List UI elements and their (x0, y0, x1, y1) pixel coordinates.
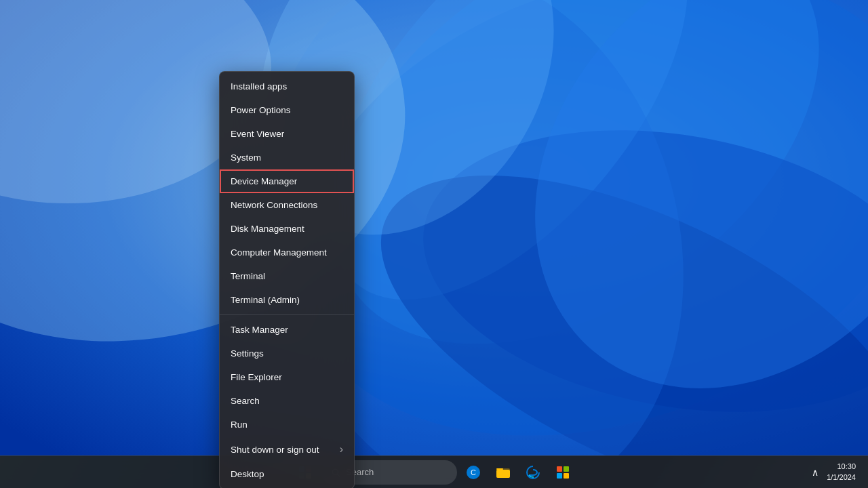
menu-item-file-explorer[interactable]: File Explorer (220, 365, 354, 389)
menu-item-shut-down[interactable]: Shut down or sign out (220, 436, 354, 462)
menu-item-label-run: Run (231, 420, 248, 430)
menu-item-label-search: Search (231, 396, 260, 406)
menu-item-label-disk-management: Disk Management (231, 224, 304, 234)
menu-item-device-manager[interactable]: Device Manager (220, 169, 354, 193)
svg-rect-21 (564, 473, 569, 479)
menu-item-label-system: System (231, 152, 261, 163)
menu-item-label-shut-down: Shut down or sign out (231, 445, 319, 455)
taskbar-store[interactable] (549, 459, 576, 486)
menu-item-installed-apps[interactable]: Installed apps (220, 75, 354, 98)
menu-item-label-power-options: Power Options (231, 105, 291, 115)
menu-item-terminal-admin[interactable]: Terminal (Admin) (220, 288, 354, 312)
menu-item-label-computer-management: Computer Management (231, 247, 327, 258)
taskbar-clipchamp[interactable]: C (460, 459, 487, 486)
menu-item-label-task-manager: Task Manager (231, 325, 288, 335)
menu-item-search[interactable]: Search (220, 389, 354, 413)
menu-item-computer-management[interactable]: Computer Management (220, 241, 354, 264)
desktop: Installed appsPower OptionsEvent ViewerS… (0, 0, 868, 488)
system-tray-chevron[interactable]: ∧ (809, 464, 821, 481)
taskbar-file-explorer[interactable] (490, 459, 517, 486)
menu-item-label-desktop: Desktop (231, 469, 264, 479)
menu-item-label-terminal: Terminal (231, 271, 265, 281)
menu-item-network-connections[interactable]: Network Connections (220, 193, 354, 217)
menu-item-system[interactable]: System (220, 146, 354, 169)
edge-icon (525, 464, 541, 481)
menu-item-label-event-viewer: Event Viewer (231, 129, 284, 139)
menu-separator-10 (220, 314, 354, 315)
menu-item-label-file-explorer: File Explorer (231, 372, 282, 382)
menu-item-label-settings: Settings (231, 348, 264, 359)
clipchamp-icon: C (465, 464, 481, 481)
time-display: 10:30 (827, 462, 856, 472)
date-display: 1/1/2024 (827, 472, 856, 483)
menu-item-task-manager[interactable]: Task Manager (220, 318, 354, 342)
svg-rect-18 (557, 466, 562, 472)
menu-item-label-device-manager: Device Manager (231, 176, 297, 186)
desktop-wallpaper (0, 0, 868, 455)
menu-item-terminal[interactable]: Terminal (220, 264, 354, 288)
taskbar: Search C (0, 455, 868, 488)
menu-item-label-network-connections: Network Connections (231, 200, 317, 210)
menu-item-settings[interactable]: Settings (220, 342, 354, 365)
file-explorer-icon (495, 464, 511, 481)
clock[interactable]: 10:30 1/1/2024 (823, 459, 860, 485)
svg-text:C: C (471, 468, 476, 476)
menu-item-disk-management[interactable]: Disk Management (220, 217, 354, 241)
store-icon (555, 464, 571, 481)
svg-rect-20 (557, 473, 562, 479)
taskbar-edge[interactable] (519, 459, 547, 486)
svg-rect-17 (496, 470, 510, 478)
menu-item-run[interactable]: Run (220, 413, 354, 436)
menu-item-power-options[interactable]: Power Options (220, 98, 354, 122)
menu-item-label-installed-apps: Installed apps (231, 81, 287, 92)
taskbar-right: ∧ 10:30 1/1/2024 (809, 459, 860, 485)
menu-item-event-viewer[interactable]: Event Viewer (220, 122, 354, 146)
svg-rect-19 (564, 466, 569, 472)
context-menu: Installed appsPower OptionsEvent ViewerS… (219, 71, 355, 488)
menu-item-label-terminal-admin: Terminal (Admin) (231, 295, 300, 305)
menu-item-desktop[interactable]: Desktop (220, 462, 354, 486)
